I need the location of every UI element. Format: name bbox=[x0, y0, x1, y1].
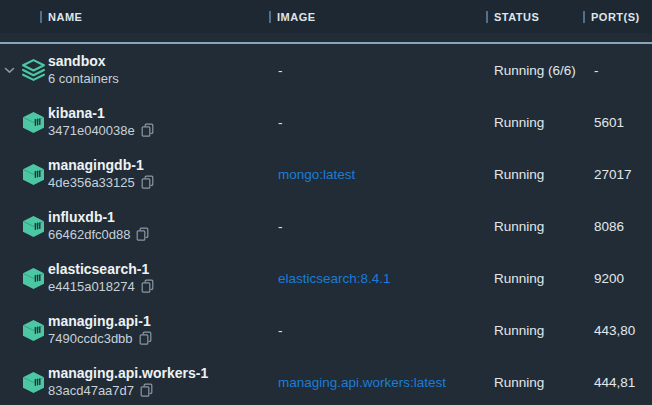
ports-cell: 8086 bbox=[583, 219, 652, 234]
column-header-name: NAME bbox=[40, 0, 269, 33]
container-subtext: 3471e040038e bbox=[48, 122, 135, 139]
column-header-label: STATUS bbox=[494, 11, 539, 23]
table-row[interactable]: managingdb-1 4de356a33125 mongo:latest R… bbox=[0, 148, 652, 200]
status-cell: Running bbox=[486, 375, 583, 390]
container-subtext: 83acd47aa7d7 bbox=[48, 382, 134, 399]
status-cell: Running bbox=[486, 115, 583, 130]
container-cube-icon bbox=[21, 111, 46, 134]
name-cell: kibana-1 3471e040038e bbox=[48, 105, 269, 139]
container-cube-icon bbox=[21, 267, 46, 290]
table-row[interactable]: managing.api.workers-1 83acd47aa7d7 mana… bbox=[0, 356, 652, 405]
column-header-ports: PORT(S) bbox=[583, 0, 652, 33]
table-header: NAME IMAGE STATUS PORT(S) bbox=[0, 0, 652, 33]
column-header-label: PORT(S) bbox=[591, 11, 640, 23]
ports-cell: 9200 bbox=[583, 271, 652, 286]
container-cube-icon bbox=[21, 319, 46, 342]
container-subtext: 7490ccdc3dbb bbox=[48, 330, 133, 347]
name-cell: influxdb-1 66462dfc0d88 bbox=[48, 209, 269, 243]
layers-stack-icon bbox=[21, 58, 46, 82]
ports-cell: 5601 bbox=[583, 115, 652, 130]
status-cell: Running bbox=[486, 167, 583, 182]
container-name: sandbox bbox=[48, 53, 269, 70]
copy-icon[interactable] bbox=[136, 227, 149, 242]
copy-icon[interactable] bbox=[140, 383, 153, 398]
image-cell[interactable]: - bbox=[269, 323, 486, 338]
status-cell: Running bbox=[486, 219, 583, 234]
name-cell: managingdb-1 4de356a33125 bbox=[48, 157, 269, 191]
chevron-down-icon[interactable] bbox=[4, 67, 15, 74]
name-cell: managing.api-1 7490ccdc3dbb bbox=[48, 313, 269, 347]
column-divider bbox=[269, 11, 271, 23]
container-subtext: 4de356a33125 bbox=[48, 174, 135, 191]
image-cell[interactable]: - bbox=[269, 63, 486, 78]
image-cell[interactable]: managing.api.workers:latest bbox=[269, 375, 486, 390]
container-name: managingdb-1 bbox=[48, 157, 269, 174]
table-row[interactable]: managing.api-1 7490ccdc3dbb - Running 44… bbox=[0, 304, 652, 356]
container-cube-icon bbox=[21, 163, 46, 186]
container-name: influxdb-1 bbox=[48, 209, 269, 226]
copy-icon[interactable] bbox=[141, 123, 154, 138]
container-subtext: 66462dfc0d88 bbox=[48, 226, 130, 243]
container-subtext: e4415a018274 bbox=[48, 278, 135, 295]
container-cube-icon bbox=[21, 371, 46, 394]
table-row[interactable]: kibana-1 3471e040038e - Running 5601 bbox=[0, 96, 652, 148]
copy-icon[interactable] bbox=[141, 279, 154, 294]
image-cell[interactable]: - bbox=[269, 115, 486, 130]
image-cell[interactable]: elasticsearch:8.4.1 bbox=[269, 271, 486, 286]
container-name: elasticsearch-1 bbox=[48, 261, 269, 278]
copy-icon[interactable] bbox=[141, 175, 154, 190]
table-body: sandbox 6 containers - Running (6/6) - bbox=[0, 44, 652, 405]
copy-icon[interactable] bbox=[139, 331, 152, 346]
ports-cell: 444,81 bbox=[583, 375, 652, 390]
column-header-image: IMAGE bbox=[269, 0, 486, 33]
ports-cell: 27017 bbox=[583, 167, 652, 182]
container-subtext: 6 containers bbox=[48, 70, 119, 87]
column-divider bbox=[40, 11, 42, 23]
status-cell: Running (6/6) bbox=[486, 63, 583, 78]
name-cell: sandbox 6 containers bbox=[48, 53, 269, 87]
column-divider bbox=[486, 11, 488, 23]
status-cell: Running bbox=[486, 271, 583, 286]
container-name: kibana-1 bbox=[48, 105, 269, 122]
container-name: managing.api.workers-1 bbox=[48, 365, 269, 382]
column-header-status: STATUS bbox=[486, 0, 583, 33]
name-cell: managing.api.workers-1 83acd47aa7d7 bbox=[48, 365, 269, 399]
image-cell[interactable]: mongo:latest bbox=[269, 167, 486, 182]
column-header-label: NAME bbox=[48, 11, 82, 23]
column-header-label: IMAGE bbox=[277, 11, 316, 23]
column-divider bbox=[583, 11, 585, 23]
container-name: managing.api-1 bbox=[48, 313, 269, 330]
image-cell[interactable]: - bbox=[269, 219, 486, 234]
table-row[interactable]: elasticsearch-1 e4415a018274 elasticsear… bbox=[0, 252, 652, 304]
ports-cell: 443,80 bbox=[583, 323, 652, 338]
ports-cell: - bbox=[583, 63, 652, 78]
table-row[interactable]: influxdb-1 66462dfc0d88 - Running 8086 bbox=[0, 200, 652, 252]
name-cell: elasticsearch-1 e4415a018274 bbox=[48, 261, 269, 295]
status-cell: Running bbox=[486, 323, 583, 338]
container-cube-icon bbox=[21, 215, 46, 238]
table-row[interactable]: sandbox 6 containers - Running (6/6) - bbox=[0, 44, 652, 96]
